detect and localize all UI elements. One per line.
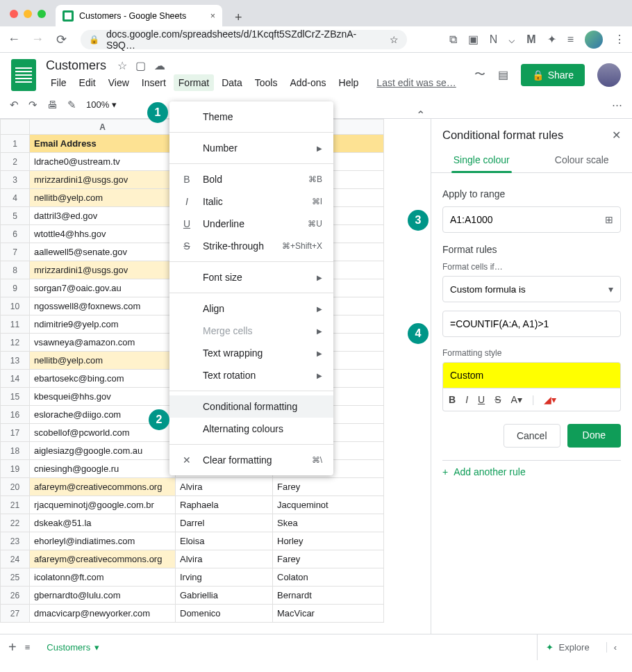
add-sheet-icon[interactable]: + (8, 639, 17, 655)
row-header[interactable]: 14 (1, 370, 30, 388)
new-tab-icon[interactable]: + (235, 10, 242, 25)
zoom-select[interactable]: 100% ▾ (86, 99, 117, 110)
cell[interactable]: dmacvicarp@newyorker.com (30, 605, 176, 623)
kebab-menu-icon[interactable]: ⋮ (614, 33, 625, 46)
cell[interactable]: Horley (273, 532, 384, 550)
maximize-window-icon[interactable] (38, 10, 46, 18)
close-window-icon[interactable] (10, 10, 18, 18)
document-title[interactable]: Customers (46, 58, 106, 72)
formula-input[interactable]: =COUNTIF(A:A, A1)>1 (442, 311, 621, 337)
cell[interactable]: ehorleyl@indiatimes.com (30, 532, 176, 550)
cell[interactable]: aiglesiazg@google.com.au (30, 442, 176, 460)
row-header[interactable]: 7 (1, 243, 30, 261)
strike-icon[interactable]: S (494, 394, 501, 405)
text-color-icon[interactable]: A▾ (510, 394, 522, 405)
condition-select[interactable]: Custom formula is ▾ (442, 276, 621, 302)
row-header[interactable]: 11 (1, 315, 30, 334)
row-header[interactable]: 16 (1, 406, 30, 424)
share-button[interactable]: 🔒 Share (521, 64, 585, 86)
cell[interactable]: wtottle4@hhs.gov (30, 225, 176, 243)
cell[interactable]: dskeak@51.la (30, 514, 176, 532)
menu-item-number[interactable]: Number▶ (169, 137, 333, 159)
ext-icon[interactable]: ▣ (468, 33, 479, 46)
print-icon[interactable]: 🖶 (47, 99, 58, 110)
move-document-icon[interactable]: ▢ (135, 59, 146, 72)
row-header[interactable]: 21 (1, 496, 30, 514)
style-preview[interactable]: Custom (442, 362, 621, 388)
browser-tab[interactable]: Customers - Google Sheets × (56, 5, 222, 26)
last-edit-link[interactable]: Last edit was se… (372, 74, 460, 91)
cell[interactable]: Farey (273, 478, 384, 496)
cell[interactable]: Domenico (176, 605, 273, 623)
cell[interactable]: Eloisa (176, 532, 273, 550)
profile-avatar[interactable] (585, 31, 603, 49)
grid-icon[interactable]: ⊞ (605, 214, 613, 225)
row-header[interactable]: 15 (1, 388, 30, 406)
cell[interactable]: vsawneya@amazon.com (30, 334, 176, 352)
menu-insert[interactable]: Insert (137, 74, 171, 91)
cell[interactable]: Darrel (176, 514, 273, 532)
ext-icon[interactable]: ≡ (567, 33, 574, 46)
row-header[interactable]: 20 (1, 478, 30, 496)
explore-button[interactable]: ✦ Explore (537, 634, 598, 660)
cell[interactable]: mrizzardini1@usgs.gov (30, 261, 176, 279)
cell[interactable]: cniesingh@google.ru (30, 460, 176, 478)
cell[interactable]: aallewell5@senate.gov (30, 243, 176, 261)
cell[interactable]: ngosswell8@foxnews.com (30, 297, 176, 315)
more-tools-icon[interactable]: ⋯ (612, 99, 622, 111)
close-panel-icon[interactable]: ✕ (612, 129, 621, 142)
done-button[interactable]: Done (567, 424, 621, 448)
row-header[interactable]: 6 (1, 225, 30, 243)
menu-item-conditional-formatting[interactable]: Conditional formatting (169, 395, 333, 418)
row-header[interactable]: 25 (1, 568, 30, 587)
cell[interactable]: Alvira (176, 550, 273, 568)
cell[interactable]: icolatonn@ft.com (30, 568, 176, 587)
menu-file[interactable]: File (46, 74, 72, 91)
ext-icon[interactable]: N (490, 33, 498, 46)
fill-color-icon[interactable]: ◢▾ (544, 394, 556, 405)
sheet-tab-customers[interactable]: Customers▾ (38, 642, 108, 653)
menu-tools[interactable]: Tools (250, 74, 283, 91)
menu-item-font-size[interactable]: Font size▶ (169, 266, 333, 288)
side-panel-toggle-icon[interactable]: ‹ (606, 642, 624, 653)
menu-edit[interactable]: Edit (74, 74, 101, 91)
underline-icon[interactable]: U (478, 394, 485, 405)
row-header[interactable]: 8 (1, 261, 30, 279)
row-header[interactable]: 24 (1, 550, 30, 568)
minimize-window-icon[interactable] (24, 10, 32, 18)
cell[interactable]: Irving (176, 568, 273, 587)
cancel-button[interactable]: Cancel (504, 424, 560, 448)
menu-help[interactable]: Help (334, 74, 364, 91)
back-button[interactable]: ← (7, 32, 21, 47)
cell[interactable]: Gabriellia (176, 587, 273, 605)
row-header[interactable]: 22 (1, 514, 30, 532)
row-header[interactable]: 27 (1, 605, 30, 623)
cell[interactable]: Raphaela (176, 496, 273, 514)
menu-item-align[interactable]: Align▶ (169, 297, 333, 320)
row-header[interactable]: 12 (1, 334, 30, 352)
undo-icon[interactable]: ↶ (10, 99, 19, 111)
cell[interactable]: afareym@creativecommons.org (30, 478, 176, 496)
row-header[interactable]: 5 (1, 207, 30, 225)
menu-item-bold[interactable]: BBold⌘B (169, 168, 333, 190)
cell[interactable]: Skea (273, 514, 384, 532)
row-header[interactable]: 2 (1, 153, 30, 171)
sheets-logo-icon[interactable] (11, 59, 36, 91)
add-rule-button[interactable]: + Add another rule (442, 460, 621, 483)
row-header[interactable]: 4 (1, 189, 30, 207)
row-header[interactable]: 10 (1, 297, 30, 315)
cell[interactable]: rjacqueminotj@google.com.br (30, 496, 176, 514)
redo-icon[interactable]: ↷ (28, 99, 38, 111)
menu-add-ons[interactable]: Add-ons (285, 74, 331, 91)
trends-icon[interactable]: 〜 (474, 67, 485, 82)
cell[interactable]: kbesquei@hhs.gov (30, 388, 176, 406)
cell[interactable]: Colaton (273, 568, 384, 587)
sheet-tab-menu-icon[interactable]: ▾ (94, 642, 99, 653)
extensions-icon[interactable]: ✦ (547, 33, 556, 46)
all-sheets-icon[interactable]: ≡ (25, 642, 31, 653)
cell[interactable]: sorgan7@oaic.gov.au (30, 279, 176, 297)
cell[interactable]: nellitb@yelp.com (30, 352, 176, 370)
close-tab-icon[interactable]: × (210, 11, 215, 21)
address-bar[interactable]: 🔒 docs.google.com/spreadsheets/d/1Kcqft5… (81, 30, 407, 49)
row-header[interactable]: 26 (1, 587, 30, 605)
